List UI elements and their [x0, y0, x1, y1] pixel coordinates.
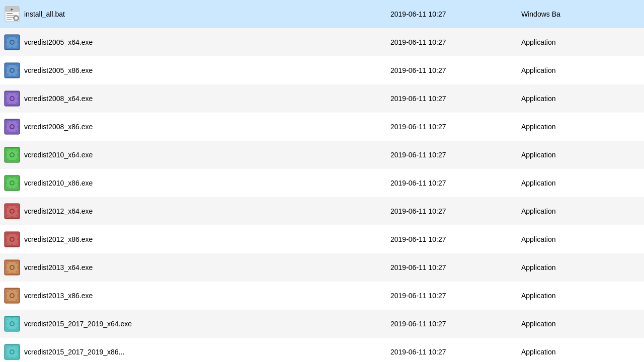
svg-rect-88: [17, 210, 19, 212]
svg-point-12: [11, 41, 14, 44]
list-item[interactable]: vcredist2013_x86.exe 2019-06-11 10:27 Ap…: [0, 282, 644, 310]
file-name: vcredist2010_x64.exe: [24, 151, 93, 159]
list-item[interactable]: vcredist2010_x86.exe 2019-06-11 10:27 Ap…: [0, 169, 644, 197]
svg-rect-109: [11, 260, 13, 262]
file-name: vcredist2010_x86.exe: [24, 179, 93, 187]
file-name: vcredist2005_x64.exe: [24, 38, 93, 46]
file-name: vcredist2012_x64.exe: [24, 207, 93, 215]
file-name: vcredist2013_x64.exe: [24, 263, 93, 272]
list-item[interactable]: vcredist2005_x64.exe 2019-06-11 10:27 Ap…: [0, 28, 644, 56]
svg-rect-116: [16, 271, 17, 273]
file-type: Application: [517, 348, 640, 356]
svg-rect-78: [16, 178, 17, 179]
svg-rect-31: [7, 74, 9, 75]
list-item[interactable]: vcredist2015_2017_2019_x86... 2019-06-11…: [0, 338, 644, 362]
svg-rect-42: [16, 94, 17, 95]
svg-rect-63: [5, 154, 7, 156]
svg-rect-76: [17, 182, 19, 184]
svg-point-120: [11, 294, 14, 297]
file-name-column: ▶ install_all.bat: [4, 6, 386, 22]
svg-rect-25: [11, 63, 13, 65]
list-item[interactable]: vcredist2005_x86.exe 2019-06-11 10:27 Ap…: [0, 56, 644, 84]
file-date: 2019-06-11 10:27: [386, 95, 517, 103]
list-item[interactable]: vcredist2008_x86.exe 2019-06-11 10:27 Ap…: [0, 113, 644, 141]
svg-rect-99: [5, 238, 7, 240]
svg-rect-74: [11, 188, 13, 190]
svg-rect-79: [7, 187, 9, 188]
list-item[interactable]: vcredist2012_x86.exe 2019-06-11 10:27 Ap…: [0, 225, 644, 253]
file-name: vcredist2012_x86.exe: [24, 235, 93, 243]
file-type: Application: [517, 207, 640, 215]
svg-rect-97: [11, 232, 13, 234]
file-type: Application: [517, 263, 640, 272]
svg-rect-5: [7, 17, 14, 18]
list-item[interactable]: vcredist2010_x64.exe 2019-06-11 10:27 Ap…: [0, 141, 644, 169]
svg-rect-43: [7, 102, 9, 104]
file-icon: ▶: [4, 6, 20, 22]
file-date: 2019-06-11 10:27: [386, 38, 517, 46]
file-name-column: vcredist2015_2017_2019_x86...: [4, 344, 386, 360]
svg-rect-50: [11, 132, 13, 134]
svg-rect-100: [17, 238, 19, 240]
svg-rect-61: [11, 148, 13, 150]
file-type: Application: [517, 151, 640, 159]
svg-rect-133: [11, 317, 13, 319]
svg-rect-39: [5, 98, 7, 100]
svg-rect-92: [16, 215, 17, 216]
svg-rect-149: [7, 347, 9, 348]
svg-rect-121: [11, 289, 13, 291]
svg-rect-54: [16, 122, 17, 123]
file-name-column: vcredist2012_x64.exe: [4, 203, 386, 219]
file-type: Application: [517, 66, 640, 74]
svg-rect-138: [16, 319, 17, 320]
file-icon: [4, 175, 20, 191]
svg-rect-128: [16, 299, 17, 301]
list-item[interactable]: vcredist2012_x64.exe 2019-06-11 10:27 Ap…: [0, 197, 644, 225]
file-name: vcredist2015_2017_2019_x64.exe: [24, 320, 132, 328]
svg-rect-15: [5, 41, 7, 43]
svg-rect-151: [7, 355, 9, 357]
file-name: vcredist2013_x86.exe: [24, 292, 93, 300]
file-date: 2019-06-11 10:27: [386, 10, 517, 18]
svg-point-108: [11, 266, 14, 269]
file-name-column: vcredist2010_x86.exe: [4, 175, 386, 191]
file-name: install_all.bat: [24, 10, 65, 18]
svg-rect-52: [17, 126, 19, 128]
svg-rect-135: [5, 323, 7, 325]
svg-rect-68: [16, 158, 17, 160]
svg-rect-127: [7, 299, 9, 301]
svg-rect-86: [11, 216, 13, 218]
svg-rect-32: [16, 74, 17, 75]
file-name-column: vcredist2005_x64.exe: [4, 34, 386, 50]
file-name-column: vcredist2008_x86.exe: [4, 119, 386, 135]
svg-rect-3: [7, 13, 13, 14]
svg-rect-124: [17, 295, 19, 297]
list-item[interactable]: ▶ install_all.bat 2019-06-11 10:27 Windo…: [0, 0, 644, 28]
svg-rect-146: [11, 357, 13, 359]
file-icon: [4, 119, 20, 135]
file-icon: [4, 34, 20, 50]
svg-rect-20: [16, 46, 17, 47]
svg-rect-13: [11, 35, 13, 37]
list-item[interactable]: vcredist2008_x64.exe 2019-06-11 10:27 Ap…: [0, 84, 644, 113]
svg-point-72: [11, 182, 14, 185]
file-icon: [4, 62, 20, 78]
svg-rect-27: [5, 69, 7, 71]
file-name: vcredist2008_x86.exe: [24, 123, 93, 131]
list-item[interactable]: vcredist2015_2017_2019_x64.exe 2019-06-1…: [0, 310, 644, 338]
file-date: 2019-06-11 10:27: [386, 66, 517, 74]
svg-rect-65: [7, 150, 9, 151]
svg-rect-98: [11, 244, 13, 246]
svg-rect-64: [17, 154, 19, 156]
svg-rect-125: [7, 291, 9, 292]
svg-rect-44: [16, 102, 17, 104]
file-icon: [4, 90, 20, 107]
svg-rect-85: [11, 204, 13, 206]
svg-rect-75: [5, 182, 7, 184]
svg-rect-103: [7, 243, 9, 244]
file-icon: [4, 316, 20, 332]
list-item[interactable]: vcredist2013_x64.exe 2019-06-11 10:27 Ap…: [0, 253, 644, 282]
svg-rect-28: [17, 69, 19, 71]
svg-rect-113: [7, 262, 9, 264]
svg-rect-87: [5, 210, 7, 212]
